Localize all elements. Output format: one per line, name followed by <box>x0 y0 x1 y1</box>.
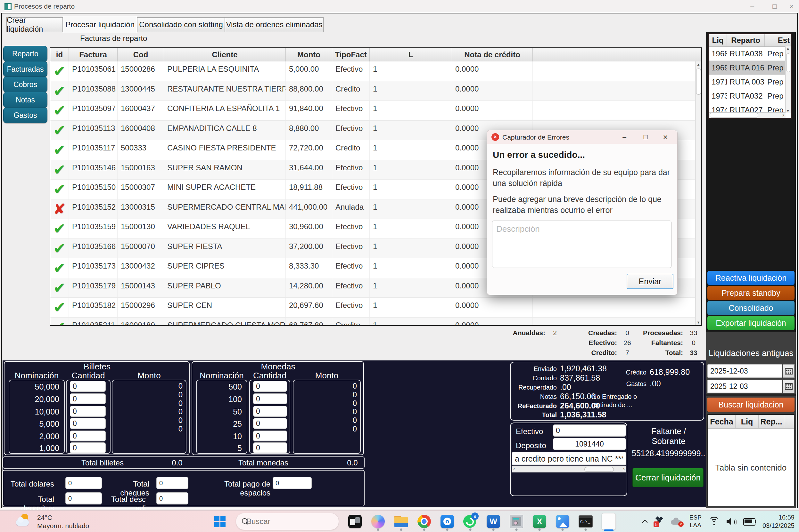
language-indicator[interactable]: ESPLAA <box>689 514 702 529</box>
table-row[interactable]: ✔P10103508813000445RESTAURANTE NUESTRA T… <box>50 81 701 101</box>
sidebar-item-cobros[interactable]: Cobros <box>3 76 48 93</box>
col-header-factura[interactable]: Factura <box>69 48 117 61</box>
tab-procesar-liquidacion[interactable]: Procesar liquidación <box>63 16 137 33</box>
consolidado-button[interactable]: Consolidado <box>707 301 795 315</box>
ruta-row[interactable]: 1968RUTA038Prep <box>709 47 791 61</box>
chrome-button[interactable] <box>417 511 431 532</box>
ruta-row[interactable]: 1973RUTA032Prep <box>709 89 791 103</box>
billete-cantidad-input[interactable] <box>70 431 106 441</box>
word-button[interactable]: W <box>486 511 501 532</box>
billete-cantidad-input[interactable] <box>70 442 106 453</box>
battery-icon[interactable] <box>743 518 756 525</box>
nota-credito-input[interactable] <box>512 452 626 466</box>
scroll-right-icon[interactable]: › <box>782 112 784 118</box>
antiguas-col-liq[interactable]: Liq <box>736 415 759 428</box>
fecha-desde-input[interactable] <box>707 364 782 378</box>
enviar-button[interactable]: Enviar <box>627 274 673 289</box>
col-header-nota[interactable]: Nota de crédito <box>452 48 533 61</box>
ruta-row[interactable]: 1971RUTA 003Prep <box>709 75 791 89</box>
col-header-id[interactable]: id <box>50 48 69 61</box>
cloud-sync-error-icon[interactable]: × <box>671 517 683 526</box>
moneda-cantidad-input[interactable] <box>253 381 287 392</box>
excel-button[interactable]: X <box>532 511 547 532</box>
col-header-tipofact[interactable]: TipoFact <box>332 48 370 61</box>
table-row[interactable]: ✔P10103506115000286PULPERIA LA ESQUINITA… <box>50 61 701 81</box>
taskbar-search-box[interactable] <box>236 513 339 530</box>
terminal-button[interactable]: C:\_ <box>579 511 593 532</box>
safe-app-button[interactable] <box>509 511 524 532</box>
moneda-cantidad-input[interactable] <box>253 393 287 404</box>
exportar-liquidacion-button[interactable]: Exportar liquidación <box>707 316 795 330</box>
efectivo-input[interactable] <box>553 424 626 437</box>
search-input[interactable] <box>246 517 346 526</box>
copilot-button[interactable] <box>371 511 385 532</box>
col-header-cliente[interactable]: Cliente <box>164 48 286 61</box>
total-desc-adi-input[interactable] <box>156 492 188 505</box>
total-cheques-input[interactable] <box>156 477 188 489</box>
dialog-minimize-icon[interactable]: – <box>616 130 632 144</box>
col-header-l[interactable]: L <box>370 48 452 61</box>
file-explorer-button[interactable] <box>394 511 408 532</box>
scroll-up-icon[interactable]: ▲ <box>786 46 790 50</box>
task-view-button[interactable] <box>348 511 362 532</box>
scroll-right-icon[interactable]: › <box>623 466 625 472</box>
sidebar-item-reparto[interactable]: Reparto <box>3 46 48 62</box>
fecha-hasta-calendar-button[interactable] <box>783 380 795 393</box>
rutas-col-est[interactable]: Est <box>765 34 791 46</box>
window-close-icon[interactable]: × <box>784 0 799 13</box>
tray-chevron-up-icon[interactable] <box>643 519 648 524</box>
scroll-thumb[interactable] <box>710 113 758 117</box>
dialog-maximize-icon[interactable]: □ <box>637 130 654 144</box>
tab-crear-liquidacion[interactable]: Crear liquidación <box>6 17 63 32</box>
billete-cantidad-input[interactable] <box>70 406 106 417</box>
scroll-down-icon[interactable]: ▼ <box>786 109 790 113</box>
volume-icon[interactable] <box>727 517 737 526</box>
weather-temp[interactable]: 24°C <box>37 514 52 521</box>
whatsapp-button[interactable]: 9 <box>463 511 477 532</box>
table-row[interactable]: ✔P10103518215000296SUPER CEN20,697.60Efe… <box>50 298 701 318</box>
nota-horizontal-scrollbar[interactable]: ‹ › <box>512 466 626 473</box>
window-maximize-icon[interactable]: □ <box>766 0 784 13</box>
active-app-button[interactable] <box>602 511 616 532</box>
weather-condition[interactable]: Mayorm. nublado <box>37 522 89 530</box>
moneda-cantidad-input[interactable] <box>253 406 287 417</box>
ruta-row-selected[interactable]: 1969RUTA 016Prep <box>709 61 791 75</box>
fecha-hasta-input[interactable] <box>707 380 782 393</box>
rutas-col-reparto[interactable]: Reparto <box>727 34 765 46</box>
total-pago-espacios-input[interactable] <box>273 477 312 489</box>
prepara-standby-button[interactable]: Prepara standby <box>707 286 795 300</box>
cerrar-liquidacion-button[interactable]: Cerrar liquidación <box>632 468 704 487</box>
outlook-button[interactable]: o <box>440 511 454 532</box>
sidebar-item-gastos[interactable]: Gastos <box>3 107 48 123</box>
start-button[interactable] <box>213 511 227 532</box>
deposito-input[interactable] <box>553 438 626 450</box>
sidebar-item-facturadas[interactable]: Facturadas <box>3 61 48 77</box>
antiguas-col-rep[interactable]: Rep... <box>759 415 784 428</box>
fecha-desde-calendar-button[interactable] <box>783 364 795 378</box>
scroll-down-icon[interactable]: ▼ <box>695 320 701 325</box>
total-dolares-input[interactable] <box>65 477 102 489</box>
scroll-thumb[interactable] <box>786 54 791 72</box>
moneda-cantidad-input[interactable] <box>253 418 287 429</box>
col-header-monto[interactable]: Monto <box>286 48 332 61</box>
billete-cantidad-input[interactable] <box>70 418 106 429</box>
rutas-horizontal-scrollbar[interactable]: › <box>709 112 785 118</box>
scroll-thumb[interactable] <box>584 467 614 472</box>
table-row[interactable]: ✔P10103521116000180SUPERMERCADO CUESTA M… <box>50 318 701 326</box>
tab-consolidado-slotting[interactable]: Consolidado con slotting <box>137 17 225 32</box>
billete-cantidad-input[interactable] <box>70 393 106 404</box>
dialog-close-icon[interactable]: × <box>657 130 673 144</box>
photos-button[interactable] <box>556 511 569 532</box>
billete-cantidad-input[interactable] <box>70 381 106 392</box>
rutas-vertical-scrollbar[interactable]: ▲ ▼ <box>785 46 791 113</box>
descripcion-textarea[interactable] <box>492 221 672 268</box>
reactiva-liquidacion-button[interactable]: Reactiva liquidación <box>707 271 795 285</box>
tab-vista-ordenes[interactable]: Vista de ordenes eliminadas <box>225 17 324 32</box>
scroll-left-icon[interactable]: ‹ <box>513 466 515 472</box>
scroll-up-icon[interactable]: ▲ <box>695 61 701 67</box>
clock[interactable]: 16:5903/12/2025 <box>762 513 795 530</box>
window-minimize-icon[interactable]: – <box>743 0 761 13</box>
table-vertical-scrollbar[interactable]: ▲ ▼ <box>695 61 701 325</box>
rutas-col-liq[interactable]: Liq <box>709 34 727 46</box>
moneda-cantidad-input[interactable] <box>253 431 287 441</box>
